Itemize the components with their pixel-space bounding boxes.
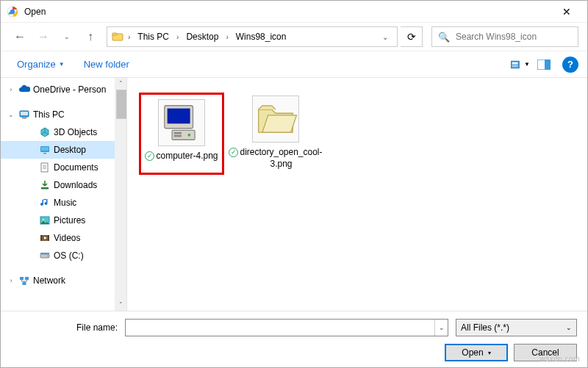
open-dialog: Open ✕ ← → ⌄ ↑ › This PC › Desktop › Win… <box>0 0 588 368</box>
svg-rect-3 <box>112 33 117 35</box>
svg-rect-34 <box>172 130 195 140</box>
view-options-button[interactable]: ▼ <box>511 57 530 73</box>
filetype-filter[interactable]: All Files (*.*) ⌄ <box>456 319 577 336</box>
svg-rect-36 <box>174 135 182 137</box>
close-button[interactable]: ✕ <box>552 1 581 22</box>
organize-button[interactable]: Organize▼ <box>10 56 72 73</box>
svg-rect-9 <box>545 59 551 70</box>
recent-dropdown[interactable]: ⌄ <box>57 26 77 47</box>
crumb-folder[interactable]: Wins98_icon <box>233 30 290 43</box>
tree-item-network[interactable]: ›Network <box>1 272 126 289</box>
svg-rect-14 <box>41 147 49 151</box>
preview-pane-button[interactable] <box>534 57 553 73</box>
svg-rect-17 <box>43 165 46 166</box>
chrome-icon <box>7 6 18 18</box>
up-button[interactable]: ↑ <box>80 26 101 47</box>
svg-rect-15 <box>43 153 46 154</box>
chevron-right-icon[interactable]: › <box>126 33 132 41</box>
tree-item-label: Downloads <box>54 180 97 190</box>
sync-check-icon: ✓ <box>145 151 154 161</box>
crumb-desktop[interactable]: Desktop <box>183 30 221 43</box>
svg-rect-30 <box>25 277 29 280</box>
svg-rect-6 <box>512 65 518 65</box>
tree-item-pictures[interactable]: Pictures <box>1 212 126 229</box>
back-button[interactable]: ← <box>10 26 30 47</box>
3d-icon <box>39 126 51 138</box>
scroll-up[interactable]: ˄ <box>115 78 126 90</box>
svg-rect-28 <box>40 253 49 254</box>
open-button[interactable]: Open▾ <box>445 344 508 361</box>
forward-button[interactable]: → <box>33 26 54 47</box>
help-button[interactable]: ? <box>562 57 578 73</box>
tree-item-desktop[interactable]: Desktop <box>1 141 126 159</box>
svg-point-1 <box>10 9 15 13</box>
filename-input[interactable] <box>126 322 434 333</box>
downloads-icon <box>39 179 51 191</box>
expand-icon[interactable]: › <box>7 86 15 93</box>
tree-item-label: Pictures <box>54 215 85 226</box>
svg-rect-35 <box>174 132 182 134</box>
tree-item-label: OneDrive - Person <box>33 84 106 95</box>
svg-rect-31 <box>23 282 26 285</box>
network-icon <box>18 275 30 286</box>
tree-item-label: OS (C:) <box>54 250 84 261</box>
svg-rect-19 <box>43 168 46 169</box>
chevron-down-icon: ▼ <box>59 61 65 68</box>
documents-icon <box>39 162 51 173</box>
titlebar: Open ✕ <box>1 1 587 23</box>
filename-combo[interactable]: ⌄ <box>125 319 448 336</box>
expand-icon[interactable]: ⌄ <box>7 111 15 118</box>
expand-icon[interactable]: › <box>7 277 15 284</box>
drive-icon <box>39 250 51 261</box>
scrollbar[interactable]: ˄˅ <box>115 78 126 311</box>
svg-rect-11 <box>21 112 28 115</box>
filename-dropdown[interactable]: ⌄ <box>434 320 448 336</box>
search-input[interactable] <box>454 31 572 43</box>
tree-item-label: Network <box>33 275 65 286</box>
folder-icon <box>112 31 123 43</box>
window-title: Open <box>24 7 552 17</box>
navigation-tree[interactable]: ›OneDrive - Person⌄This PC3D ObjectsDesk… <box>1 78 127 311</box>
svg-rect-33 <box>168 109 190 124</box>
svg-rect-24 <box>40 235 42 241</box>
tree-item-label: 3D Objects <box>54 127 97 137</box>
tree-item-label: Music <box>54 198 76 208</box>
file-item[interactable]: ✓directory_open_cool-3.png <box>233 93 318 173</box>
crumb-this-pc[interactable]: This PC <box>135 30 172 43</box>
tree-item-drive[interactable]: OS (C:) <box>1 247 126 264</box>
new-folder-button[interactable]: New folder <box>76 56 137 73</box>
file-thumbnail <box>158 99 205 146</box>
tree-item-downloads[interactable]: Downloads <box>1 176 126 194</box>
tree-item-onedrive[interactable]: ›OneDrive - Person <box>1 81 126 98</box>
bottom-panel: File name: ⌄ All Files (*.*) ⌄ Open▾ Can… <box>1 311 587 367</box>
tree-item-3d[interactable]: 3D Objects <box>1 123 126 141</box>
search-icon: 🔍 <box>438 32 450 43</box>
desktop-icon <box>39 144 51 156</box>
cancel-button[interactable]: Cancel <box>514 344 577 361</box>
refresh-button[interactable]: ⟳ <box>401 26 423 47</box>
scroll-thumb[interactable] <box>116 90 127 119</box>
tree-item-pc[interactable]: ⌄This PC <box>1 106 126 123</box>
sync-check-icon: ✓ <box>229 148 238 157</box>
address-bar[interactable]: › This PC › Desktop › Wins98_icon ⌄ <box>107 26 398 47</box>
chevron-right-icon[interactable]: › <box>224 33 229 41</box>
tree-item-label: Videos <box>54 233 80 243</box>
tree-item-videos[interactable]: Videos <box>1 229 126 247</box>
file-item[interactable]: ✓computer-4.png <box>139 93 224 175</box>
search-box[interactable]: 🔍 <box>431 26 578 47</box>
tree-item-label: Desktop <box>54 145 86 155</box>
videos-icon <box>39 232 51 244</box>
address-dropdown[interactable]: ⌄ <box>378 33 392 41</box>
file-list[interactable]: ✓computer-4.png✓directory_open_cool-3.pn… <box>127 78 587 311</box>
svg-rect-29 <box>20 277 24 280</box>
tree-item-documents[interactable]: Documents <box>1 159 126 176</box>
scroll-down[interactable]: ˅ <box>115 299 126 311</box>
file-name: ✓computer-4.png <box>145 151 218 162</box>
tree-item-music[interactable]: Music <box>1 194 126 212</box>
svg-rect-7 <box>512 66 518 67</box>
music-icon <box>39 197 51 209</box>
svg-rect-12 <box>22 118 26 119</box>
chevron-right-icon[interactable]: › <box>175 33 180 41</box>
file-thumbnail <box>252 95 299 142</box>
svg-point-22 <box>43 219 45 221</box>
